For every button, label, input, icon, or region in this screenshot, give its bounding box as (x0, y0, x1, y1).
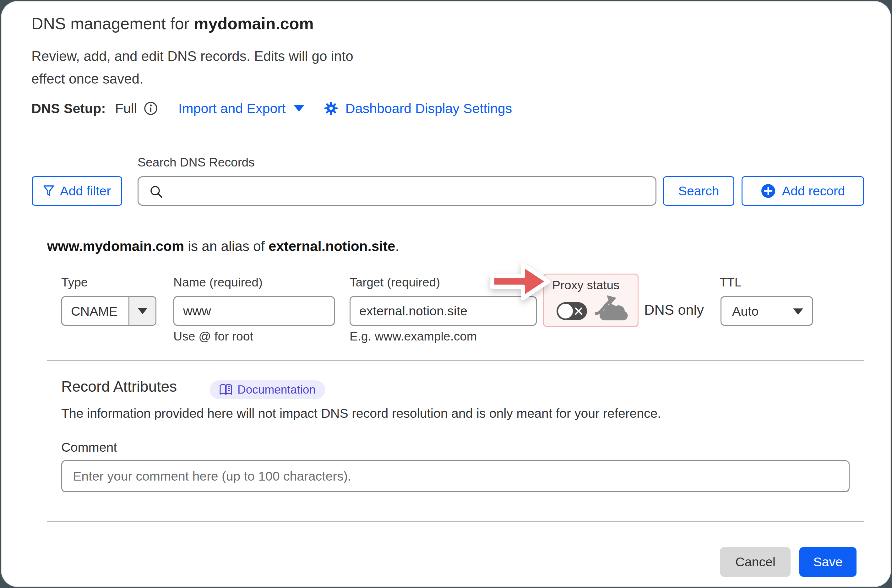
page-title-domain: mydomain.com (194, 15, 313, 33)
search-input[interactable] (138, 177, 655, 205)
name-label: Name (required) (173, 276, 262, 289)
alias-target: external.notion.site (268, 238, 395, 254)
ttl-label: TTL (720, 276, 741, 289)
dns-setup-row: DNS Setup: Full Import and Export Dash (31, 99, 512, 118)
ttl-select-value: Auto (732, 304, 759, 319)
name-field-container (173, 296, 335, 326)
chevron-down-icon (793, 309, 803, 315)
type-label: Type (61, 276, 88, 289)
plus-circle-icon (761, 183, 776, 198)
type-select-arrow (129, 297, 156, 325)
search-dns-records-label: Search DNS Records (138, 156, 255, 169)
proxy-status-box: Proxy status (543, 274, 639, 327)
save-button[interactable]: Save (799, 547, 856, 577)
comment-field-container (61, 460, 850, 492)
cloud-arrow-icon (594, 293, 631, 324)
target-label: Target (required) (349, 276, 440, 289)
toggle-knob (558, 304, 573, 318)
chevron-down-icon[interactable] (294, 105, 304, 112)
dns-management-panel: DNS management for mydomain.com Review, … (1, 1, 891, 587)
documentation-label: Documentation (237, 383, 316, 396)
dashboard-display-settings-link[interactable]: Dashboard Display Settings (345, 101, 512, 116)
target-helper-text: E.g. www.example.com (349, 330, 477, 344)
chevron-down-icon (138, 308, 148, 314)
add-record-button[interactable]: Add record (742, 176, 864, 206)
page-title-prefix: DNS management for (31, 15, 194, 33)
proxy-status-label: Proxy status (552, 278, 620, 292)
cancel-button[interactable]: Cancel (720, 547, 790, 577)
type-select-value: CNAME (71, 304, 117, 319)
comment-input[interactable] (62, 461, 849, 491)
type-select[interactable]: CNAME (61, 296, 156, 326)
record-attributes-heading: Record Attributes (61, 378, 177, 395)
section-divider (47, 360, 864, 361)
import-export-link[interactable]: Import and Export (178, 101, 286, 116)
name-input[interactable] (174, 297, 334, 325)
toggle-x-icon (574, 307, 583, 315)
funnel-icon (43, 185, 54, 197)
search-input-container (138, 176, 657, 206)
add-filter-button[interactable]: Add filter (32, 176, 122, 206)
comment-label: Comment (61, 440, 117, 455)
alias-sentence: www.mydomain.com is an alias of external… (47, 238, 399, 254)
add-filter-label: Add filter (60, 184, 111, 198)
dns-setup-label: DNS Setup: (31, 101, 106, 116)
ttl-select[interactable]: Auto (721, 296, 813, 326)
search-button-label: Search (678, 184, 719, 198)
name-helper-text: Use @ for root (173, 330, 253, 344)
search-button[interactable]: Search (663, 176, 734, 206)
page-title: DNS management for mydomain.com (31, 14, 314, 33)
footer-divider (47, 521, 864, 522)
page-subtitle: Review, add, and edit DNS records. Edits… (31, 45, 370, 90)
dns-setup-value: Full (115, 101, 137, 116)
open-book-icon (219, 384, 232, 396)
info-icon[interactable] (143, 101, 158, 116)
red-arrow-icon (488, 258, 552, 305)
gear-icon[interactable] (324, 101, 339, 116)
proxy-toggle[interactable] (556, 302, 587, 320)
documentation-badge[interactable]: Documentation (210, 380, 325, 399)
alias-host: www.mydomain.com (47, 238, 184, 254)
add-record-label: Add record (782, 184, 845, 198)
proxy-status-text: DNS only (644, 302, 704, 318)
record-attributes-description: The information provided here will not i… (61, 406, 661, 421)
